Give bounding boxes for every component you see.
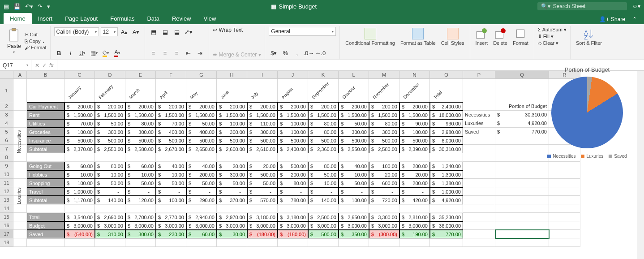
fill-color-button[interactable]: ◇▾ <box>101 48 111 58</box>
cell[interactable] <box>495 238 549 247</box>
cell[interactable] <box>247 238 278 247</box>
row-header-15[interactable]: 15 <box>0 213 13 221</box>
cell[interactable] <box>308 238 339 247</box>
cell[interactable] <box>463 145 495 153</box>
cell[interactable] <box>549 187 580 196</box>
sort-filter-button[interactable]: AZSort & Filter <box>574 27 604 47</box>
cell[interactable]: $100.00 <box>278 119 308 128</box>
cell[interactable] <box>13 230 27 238</box>
decrease-indent-button[interactable]: ⇤ <box>184 48 193 58</box>
cell[interactable]: $6,000.00 <box>430 136 463 145</box>
cell[interactable]: $2,650.00 <box>339 213 369 221</box>
cell[interactable]: $70.00 <box>156 119 186 128</box>
cell[interactable]: $- <box>95 187 125 196</box>
col-header-M[interactable]: M <box>369 71 399 79</box>
cell[interactable] <box>13 204 27 213</box>
cell[interactable]: $310.00 <box>95 230 125 238</box>
cell[interactable]: $10.00 <box>308 179 339 187</box>
cell[interactable]: $400.00 <box>186 128 217 136</box>
cell[interactable]: $300.00 <box>125 128 156 136</box>
cell[interactable]: $80.00 <box>278 179 308 187</box>
tab-formulas[interactable]: Formulas <box>104 13 141 24</box>
cell[interactable]: $1,500.00 <box>125 111 156 119</box>
cell[interactable] <box>549 238 580 247</box>
currency-button[interactable]: $▾ <box>269 48 279 58</box>
cell[interactable]: $3,300.00 <box>369 213 399 221</box>
cell[interactable]: $1,500.00 <box>339 111 369 119</box>
col-header-J[interactable]: J <box>278 71 308 79</box>
cell[interactable]: $100.00 <box>217 119 247 128</box>
cell[interactable]: $500.00 <box>64 136 95 145</box>
redo-icon[interactable]: ↷ <box>38 3 43 10</box>
qat-caret-icon[interactable]: ▾ <box>47 3 50 10</box>
cell[interactable]: $500.00 <box>186 136 217 145</box>
cell[interactable]: $50.00 <box>186 179 217 187</box>
cell[interactable]: $570.00 <box>247 196 278 204</box>
cell[interactable]: $80.00 <box>308 162 339 170</box>
cell[interactable]: $2,980.00 <box>430 128 463 136</box>
cell[interactable]: $40.00 <box>186 162 217 170</box>
bold-button[interactable]: B <box>54 48 64 58</box>
cell[interactable] <box>247 204 278 213</box>
cell[interactable]: $2,400.00 <box>430 102 463 111</box>
col-header-E[interactable]: E <box>125 71 156 79</box>
cell[interactable]: October <box>339 79 369 102</box>
cell[interactable]: Necessities <box>13 102 27 111</box>
cell[interactable]: December <box>399 79 430 102</box>
cell[interactable]: $600.00 <box>369 179 399 187</box>
cell[interactable]: $2,550.00 <box>95 145 125 153</box>
cell[interactable]: $400.00 <box>156 128 186 136</box>
tab-view[interactable]: View <box>197 13 223 24</box>
cell[interactable]: February <box>95 79 125 102</box>
row-header-11[interactable]: 11 <box>0 179 13 187</box>
cell[interactable]: $1,500.00 <box>217 111 247 119</box>
cell[interactable]: $100.00 <box>156 196 186 204</box>
row-header-7[interactable]: 7 <box>0 145 13 153</box>
cell[interactable] <box>339 204 369 213</box>
cell[interactable]: $300.00 <box>95 128 125 136</box>
col-header-P[interactable]: P <box>463 71 495 79</box>
cell[interactable]: $1,000.00 <box>430 187 463 196</box>
align-bottom-button[interactable]: ⬓ <box>172 27 182 37</box>
cell[interactable] <box>463 170 495 179</box>
cell[interactable]: $770.00 <box>430 230 463 238</box>
panel-icon[interactable]: ▤ <box>4 3 9 10</box>
delete-cells-button[interactable]: Delete <box>491 27 509 47</box>
cell[interactable] <box>278 153 308 162</box>
cell[interactable]: $230.00 <box>156 230 186 238</box>
cell[interactable]: $80.00 <box>95 162 125 170</box>
cell[interactable]: $60.00 <box>64 162 95 170</box>
cell[interactable]: $500.00 <box>217 136 247 145</box>
format-painter-button[interactable]: 🖌 Format <box>25 45 47 50</box>
fill-button[interactable]: ⬇ Fill ▾ <box>538 34 567 39</box>
cell[interactable] <box>339 153 369 162</box>
cell[interactable]: $(180.00) <box>278 230 308 238</box>
cell[interactable]: Saved <box>463 128 495 136</box>
cell[interactable] <box>369 238 399 247</box>
tab-insert[interactable]: Insert <box>32 13 59 24</box>
cell[interactable]: $3,000.00 <box>369 221 399 230</box>
cell[interactable]: $36,000.00 <box>430 221 463 230</box>
cell[interactable]: March <box>125 79 156 102</box>
collapse-ribbon-icon[interactable]: ⌃ <box>629 14 640 24</box>
cell[interactable]: $2,360.00 <box>308 145 339 153</box>
undo-icon[interactable]: ↶▾ <box>25 3 33 10</box>
cell[interactable]: $20.00 <box>247 162 278 170</box>
cell[interactable] <box>125 238 156 247</box>
underline-button[interactable]: U▾ <box>77 48 87 58</box>
cell[interactable]: Going Out <box>27 162 64 170</box>
cell[interactable] <box>13 221 27 230</box>
cell[interactable]: $1,500.00 <box>278 111 308 119</box>
cell[interactable]: $100.00 <box>369 162 399 170</box>
cell[interactable] <box>156 204 186 213</box>
col-header-O[interactable]: O <box>430 71 463 79</box>
cell[interactable] <box>463 102 495 111</box>
cell[interactable]: $- <box>125 187 156 196</box>
cell[interactable]: $50.00 <box>125 179 156 187</box>
cell[interactable]: $50.00 <box>247 179 278 187</box>
cell[interactable]: $40.00 <box>156 162 186 170</box>
cell[interactable]: $20.00 <box>399 170 430 179</box>
cell[interactable]: $80.00 <box>308 119 339 128</box>
cell[interactable]: $3,180.00 <box>278 213 308 221</box>
cell[interactable]: $(180.00) <box>247 230 278 238</box>
